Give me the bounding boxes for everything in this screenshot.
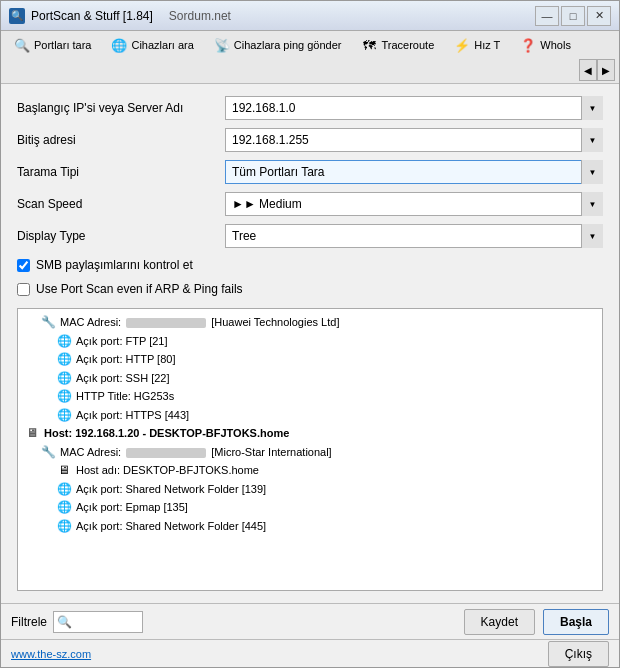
title-controls: — □ ✕ [535,6,611,26]
globe-icon: 🌐 [56,518,72,534]
scan-speed-row: Scan Speed ▼ [17,192,603,216]
list-item: 🌐Açık port: Shared Network Folder [445] [20,517,600,536]
scan-type-combo: ▼ [225,160,603,184]
display-type-dropdown-button[interactable]: ▼ [581,224,603,248]
list-item: 🔧MAC Adresi: [Micro-Star International] [20,443,600,462]
start-ip-row: Başlangıç IP'si veya Server Adı ▼ [17,96,603,120]
list-item: 🌐Açık port: Shared Network Folder [139] [20,480,600,499]
item-text: Açık port: FTP [21] [76,333,168,350]
display-type-row: Display Type ▼ [17,224,603,248]
scan-type-label: Tarama Tipi [17,165,217,179]
smb-checkbox-row: SMB paylaşımlarını kontrol et [17,258,603,272]
toolbar-whols[interactable]: ❓ Whols [511,33,580,57]
toolbar-cihazlari-ara[interactable]: 🌐 Cihazları ara [102,33,202,57]
toolbar-label-cihazlari-ara: Cihazları ara [131,39,193,51]
ping-icon: 📡 [214,37,230,53]
item-text: Açık port: SSH [22] [76,370,170,387]
start-ip-input[interactable] [225,96,603,120]
main-content: Başlangıç IP'si veya Server Adı ▼ Bitiş … [1,84,619,603]
nav-next-button[interactable]: ▶ [597,59,615,81]
end-ip-dropdown-button[interactable]: ▼ [581,128,603,152]
arp-checkbox-label[interactable]: Use Port Scan even if ARP & Ping fails [36,282,243,296]
globe-icon: 🌐 [56,351,72,367]
window-brand: Sordum.net [169,9,231,23]
title-bar: 🔍 PortScan & Stuff [1.84] Sordum.net — □… [1,1,619,31]
list-item: 🖥Host: 192.168.1.20 - DESKTOP-BFJTOKS.ho… [20,424,600,443]
scan-type-dropdown-button[interactable]: ▼ [581,160,603,184]
item-text: Açık port: Epmap [135] [76,499,188,516]
globe-icon: 🌐 [56,407,72,423]
network-icon: 🌐 [111,37,127,53]
toolbar-hiz[interactable]: ⚡ Hız T [445,33,509,57]
toolbar-label-portlari-tara: Portları tara [34,39,91,51]
list-item: 🌐Açık port: HTTP [80] [20,350,600,369]
mac-icon: 🔧 [40,314,56,330]
item-text: Açık port: Shared Network Folder [445] [76,518,266,535]
list-item: 🌐Açık port: HTTPS [443] [20,406,600,425]
list-item: 🌐Açık port: SSH [22] [20,369,600,388]
close-button[interactable]: ✕ [587,6,611,26]
list-item: 🔧MAC Adresi: [Huawei Technologies Ltd] [20,313,600,332]
toolbar-label-ping-gonder: Cihazlara ping gönder [234,39,342,51]
host-icon: 🖥 [24,425,40,441]
arp-checkbox[interactable] [17,283,30,296]
filter-label: Filtrele [11,615,47,629]
scan-type-input[interactable] [225,160,603,184]
arp-checkbox-row: Use Port Scan even if ARP & Ping fails [17,282,603,296]
item-text: MAC Adresi: [Micro-Star International] [60,444,332,461]
display-type-input[interactable] [225,224,603,248]
nav-prev-button[interactable]: ◀ [579,59,597,81]
start-ip-combo: ▼ [225,96,603,120]
maximize-button[interactable]: □ [561,6,585,26]
blurred-mac [126,318,206,328]
app-icon: 🔍 [9,8,25,24]
scan-speed-dropdown-button[interactable]: ▼ [581,192,603,216]
bottom-bar: Filtrele 🔍 Kaydet Başla [1,603,619,639]
smb-checkbox-label[interactable]: SMB paylaşımlarını kontrol et [36,258,193,272]
traceroute-icon: 🗺 [361,37,377,53]
save-button[interactable]: Kaydet [464,609,535,635]
list-item: 🌐Açık port: Epmap [135] [20,498,600,517]
results-scroll[interactable]: 🔧MAC Adresi: [Huawei Technologies Ltd]🌐A… [18,309,602,590]
item-text: Host adı: DESKTOP-BFJTOKS.home [76,462,259,479]
item-text: MAC Adresi: [Huawei Technologies Ltd] [60,314,339,331]
toolbar-traceroute[interactable]: 🗺 Traceroute [352,33,443,57]
toolbar-portlari-tara[interactable]: 🔍 Portları tara [5,33,100,57]
toolbar-label-hiz: Hız T [474,39,500,51]
mac-icon: 🔧 [40,444,56,460]
item-text: Açık port: HTTP [80] [76,351,175,368]
display-type-combo: ▼ [225,224,603,248]
list-item: 🖥Host adı: DESKTOP-BFJTOKS.home [20,461,600,480]
scan-speed-combo: ▼ [225,192,603,216]
globe-icon: 🌐 [56,333,72,349]
globe-icon: 🌐 [56,370,72,386]
hostname-icon: 🖥 [56,462,72,478]
whois-icon: ❓ [520,37,536,53]
toolbar-ping-gonder[interactable]: 📡 Cihazlara ping gönder [205,33,351,57]
minimize-button[interactable]: — [535,6,559,26]
results-panel: 🔧MAC Adresi: [Huawei Technologies Ltd]🌐A… [17,308,603,591]
filter-input[interactable] [53,611,143,633]
start-button[interactable]: Başla [543,609,609,635]
item-text: Host: 192.168.1.20 - DESKTOP-BFJTOKS.hom… [44,425,289,442]
list-item: 🌐Açık port: FTP [21] [20,332,600,351]
smb-checkbox[interactable] [17,259,30,272]
info-icon: 🌐 [56,388,72,404]
start-ip-dropdown-button[interactable]: ▼ [581,96,603,120]
item-text: HTTP Title: HG253s [76,388,174,405]
toolbar-label-traceroute: Traceroute [381,39,434,51]
toolbar-label-whols: Whols [540,39,571,51]
radar-icon: 🔍 [14,37,30,53]
item-text: Açık port: HTTPS [443] [76,407,189,424]
end-ip-input[interactable] [225,128,603,152]
filter-input-wrap: 🔍 [53,611,143,633]
scan-speed-label: Scan Speed [17,197,217,211]
display-type-label: Display Type [17,229,217,243]
start-ip-label: Başlangıç IP'si veya Server Adı [17,101,217,115]
end-ip-row: Bitiş adresi ▼ [17,128,603,152]
speed-icon: ⚡ [454,37,470,53]
exit-button[interactable]: Çıkış [548,641,609,667]
scan-speed-input[interactable] [225,192,603,216]
item-text: Açık port: Shared Network Folder [139] [76,481,266,498]
footer-link[interactable]: www.the-sz.com [11,648,91,660]
